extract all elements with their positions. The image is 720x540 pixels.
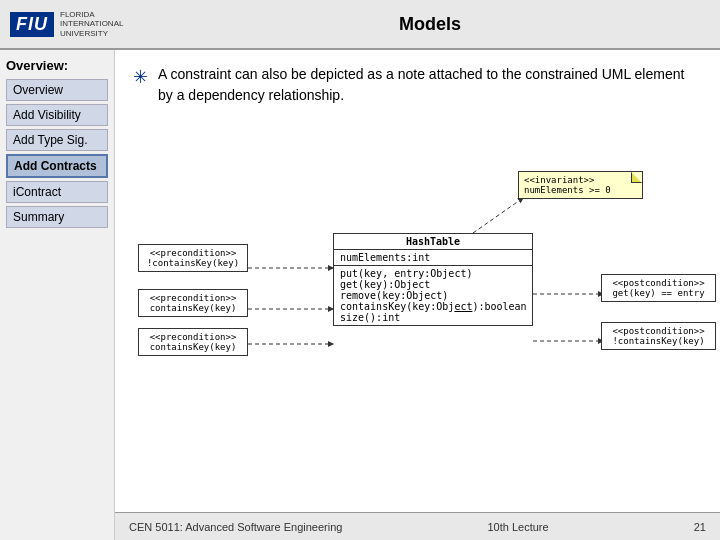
sidebar-item-overview[interactable]: Overview [6,79,108,101]
footer-right: 21 [694,521,706,533]
post-condition-1: <<postcondition>>get(key) == entry [601,274,716,302]
footer: CEN 5011: Advanced Software Engineering … [115,512,720,540]
svg-line-5 [473,198,523,233]
sidebar-item-icontract[interactable]: iContract [6,181,108,203]
content-area: ✳ A constraint can also be depicted as a… [115,50,720,540]
main-layout: Overview: Overview Add Visibility Add Ty… [0,50,720,540]
logo-text: FIU [10,12,54,37]
pre-condition-2: <<precondition>>containsKey(key) [138,289,248,317]
sidebar-overview-label: Overview: [6,58,108,73]
header: FIU FLORIDA INTERNATIONALUNIVERSITY Mode… [0,0,720,50]
sidebar-item-add-visibility[interactable]: Add Visibility [6,104,108,126]
invariant-note: <<invariant>>numElements >= 0 [518,171,643,199]
uml-class-hashtable: HashTable numElements:int put(key, entry… [333,233,533,326]
sidebar-item-add-contracts[interactable]: Add Contracts [6,154,108,178]
uml-class-title: HashTable [334,234,532,250]
page-title: Models [150,14,710,35]
uml-class-attrs: numElements:int [334,250,532,266]
sidebar-item-add-type-sig[interactable]: Add Type Sig. [6,129,108,151]
pre-condition-3: <<precondition>>containsKey(key) [138,328,248,356]
logo-area: FIU FLORIDA INTERNATIONALUNIVERSITY [10,10,150,39]
post-condition-2: <<postcondition>>!containsKey(key) [601,322,716,350]
sidebar-item-summary[interactable]: Summary [6,206,108,228]
diagram-area: <<invariant>>numElements >= 0 HashTable … [133,126,713,416]
pre-condition-1: <<precondition>>!containsKey(key) [138,244,248,272]
footer-left: CEN 5011: Advanced Software Engineering [129,521,342,533]
uml-class-methods: put(key, entry:Object) get(key):Object r… [334,266,532,325]
sidebar: Overview: Overview Add Visibility Add Ty… [0,50,115,540]
bullet-section: ✳ A constraint can also be depicted as a… [133,64,702,106]
footer-center: 10th Lecture [488,521,549,533]
bullet-icon: ✳ [133,66,148,88]
logo-subtitle: FLORIDA INTERNATIONALUNIVERSITY [60,10,150,39]
bullet-text: A constraint can also be depicted as a n… [158,64,702,106]
